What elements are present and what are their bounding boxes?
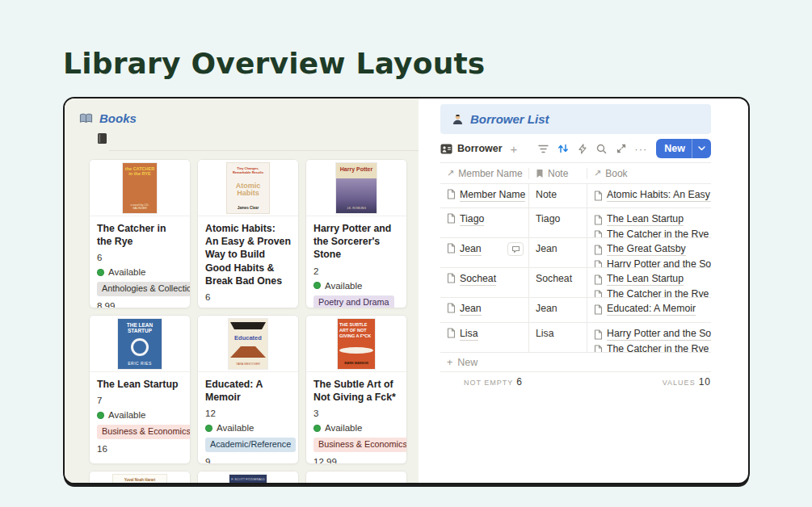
values-aggregate[interactable]: VALUES10	[663, 376, 711, 388]
bookmark-icon	[536, 169, 544, 178]
table-row[interactable]: Jean Jean The Great Gatsby Harry Potter …	[440, 238, 711, 268]
book-cover: Harry Potter J.K. ROWLING	[336, 163, 377, 213]
page-icon	[447, 328, 456, 338]
book-card[interactable]: Harry Potter J.K. ROWLING Harry Potter a…	[305, 159, 407, 308]
note-cell[interactable]: Socheat	[529, 268, 587, 297]
cover-text: a novel by J.D. SALINGER	[124, 203, 155, 210]
status-dot-icon	[313, 282, 321, 289]
column-header-book[interactable]: ↗ Book	[587, 168, 711, 179]
page-icon	[594, 260, 603, 268]
genre-tag: Poetry and Drama	[313, 295, 394, 308]
book-card[interactable]	[305, 471, 407, 483]
column-header-note[interactable]: Note	[529, 168, 587, 179]
relation-arrow-icon: ↗	[447, 168, 454, 178]
page-title: Library Overview Layouts	[63, 47, 486, 80]
cover-text: Harry Potter	[338, 166, 375, 172]
book-title: The Subtle Art of Not Giving a Fck*	[313, 378, 399, 404]
more-options-icon[interactable]: ···	[634, 143, 647, 155]
member-cell[interactable]: Tiago	[440, 208, 529, 237]
page-icon	[447, 189, 456, 199]
book-cover-area: Yuval Noah Harari	[90, 471, 190, 483]
chevron-down-icon[interactable]	[692, 146, 711, 151]
genre-tag: Business & Economics	[313, 438, 407, 452]
comment-icon[interactable]	[507, 242, 524, 256]
book-cell[interactable]: The Great Gatsby Harry Potter and the So…	[587, 238, 711, 267]
note-cell[interactable]: Note	[529, 184, 587, 207]
search-icon[interactable]	[595, 143, 608, 155]
book-copies: 7	[97, 396, 183, 405]
page-icon	[594, 230, 603, 238]
book-cover: THE SUBTLE ART OF NOT GIVING A F*CK MARK…	[338, 319, 375, 369]
cover-text: ERIC RIES	[120, 361, 160, 366]
book-copies: 6	[205, 292, 291, 302]
automation-bolt-icon[interactable]	[576, 143, 588, 155]
member-cell[interactable]: Member Name	[440, 184, 529, 207]
cover-mound-graphic	[230, 346, 266, 358]
genre-tag: Academic/Reference	[205, 438, 296, 452]
member-cell[interactable]: Lisa	[440, 323, 529, 352]
book-copies: 12	[205, 409, 291, 418]
table-header-row: ↗ Member Name Note ↗ Book	[440, 163, 711, 184]
book-price: 16	[97, 444, 183, 454]
table-row[interactable]: Lisa Lisa Harry Potter and the Sorcerer'…	[440, 323, 711, 353]
book-cell[interactable]: The Lean Startup The Catcher in the Rye	[587, 208, 711, 237]
book-card[interactable]: Educated TARA WESTOVER Educated: A Memoi…	[197, 315, 299, 464]
new-button[interactable]: New	[656, 139, 711, 158]
cover-text: MARK MANSON	[339, 362, 373, 365]
book-status: Available	[313, 423, 399, 433]
table-row[interactable]: Tiago Tiago The Lean Startup The Catcher…	[440, 208, 711, 238]
table-row[interactable]: Socheat Socheat The Lean Startup The Cat…	[440, 268, 711, 298]
book-cover: F. SCOTT FITZGERALD THE GREAT	[229, 475, 267, 484]
view-tab-borrower[interactable]: Borrower	[440, 143, 503, 154]
note-cell[interactable]: Lisa	[529, 323, 587, 352]
book-card[interactable]: F. SCOTT FITZGERALD THE GREAT	[197, 471, 299, 483]
page-icon	[447, 273, 456, 283]
column-header-member-name[interactable]: ↗ Member Name	[440, 168, 529, 179]
add-view-button[interactable]: +	[511, 142, 518, 156]
book-status: Available	[205, 307, 291, 308]
book-title: Educated: A Memoir	[205, 378, 291, 404]
member-cell[interactable]: Socheat	[440, 268, 529, 297]
note-cell[interactable]: Jean	[529, 298, 587, 322]
book-copies: 2	[313, 266, 399, 276]
page-icon	[594, 245, 603, 255]
book-cell[interactable]: The Lean Startup The Catcher in the Rye	[587, 268, 711, 297]
book-cover: THE LEAN STARTUP ERIC RIES	[118, 319, 162, 369]
books-panel-title: Books	[99, 111, 137, 125]
note-cell[interactable]: Tiago	[529, 208, 587, 237]
book-price: 9	[205, 457, 291, 464]
status-dot-icon	[205, 425, 212, 432]
page-icon	[447, 213, 456, 224]
book-price: 8.99	[97, 301, 183, 308]
filter-icon[interactable]	[537, 143, 549, 155]
book-cell[interactable]: Atomic Habits: An Easy & Prove	[587, 184, 711, 207]
books-gallery: the CATCHER in the RYE a novel by J.D. S…	[89, 159, 419, 483]
book-card[interactable]: the CATCHER in the RYE a novel by J.D. S…	[89, 159, 191, 308]
expand-icon[interactable]	[615, 143, 627, 155]
table-row[interactable]: Member Name Note Atomic Habits: An Easy …	[440, 184, 711, 208]
genre-tag: Anthologies & Collections	[97, 282, 191, 296]
book-card[interactable]: Yuval Noah Harari	[89, 471, 191, 483]
book-card[interactable]: THE SUBTLE ART OF NOT GIVING A F*CK MARK…	[305, 315, 407, 464]
book-card[interactable]: THE LEAN STARTUP ERIC RIES The Lean Star…	[89, 315, 191, 464]
book-cell[interactable]: Educated: A Memoir	[587, 298, 711, 322]
cover-text: the CATCHER in the RYE	[124, 166, 155, 176]
table-row[interactable]: Jean Jean Educated: A Memoir	[440, 298, 711, 323]
cover-pencil-graphic	[230, 322, 266, 329]
book-cover: the CATCHER in the RYE a novel by J.D. S…	[123, 163, 157, 213]
book-status: Available	[97, 267, 183, 277]
cover-text: J.K. ROWLING	[338, 207, 375, 210]
member-cell[interactable]: Jean	[440, 298, 529, 322]
books-header: Books	[65, 98, 419, 125]
book-cell[interactable]: Harry Potter and the Sorcerer's The Catc…	[587, 323, 711, 352]
new-row-button[interactable]: + New	[440, 353, 711, 372]
member-cell[interactable]: Jean	[440, 238, 529, 267]
sort-icon[interactable]	[557, 143, 569, 155]
status-dot-icon	[97, 269, 104, 276]
books-view-tab[interactable]	[97, 132, 419, 145]
not-empty-aggregate[interactable]: NOT EMPTY6	[440, 376, 523, 388]
note-cell[interactable]: Jean	[529, 238, 587, 267]
cover-text: Tiny Changes, Remarkable Results	[229, 166, 267, 174]
book-cover-area: F. SCOTT FITZGERALD THE GREAT	[198, 471, 298, 483]
book-card[interactable]: Tiny Changes, Remarkable Results Atomic …	[197, 159, 299, 308]
